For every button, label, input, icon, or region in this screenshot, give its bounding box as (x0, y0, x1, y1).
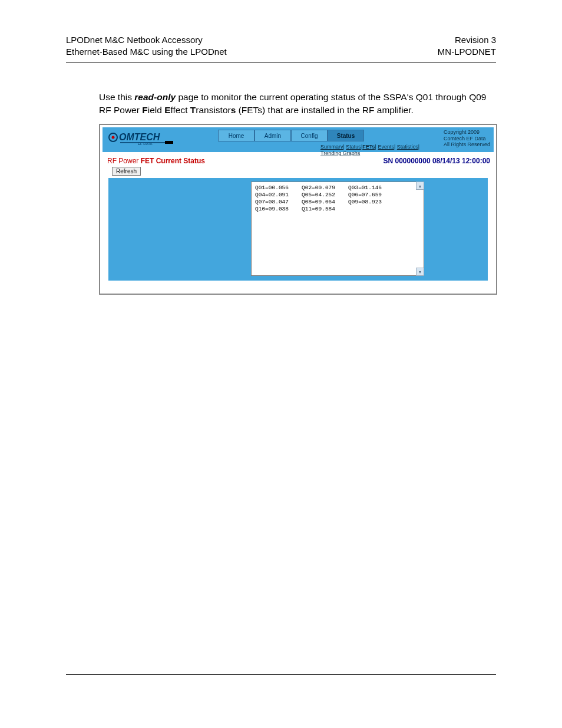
copyright-line1: Copyright 2009 (444, 129, 490, 135)
intro-paragraph: Use this read-only page to monitor the c… (99, 91, 496, 117)
subnav-events[interactable]: Events (378, 144, 394, 150)
embedded-screenshot: OMTECH EF DATA Home Admin Config Status … (99, 124, 497, 295)
doc-header-left-line2: Ethernet-Based M&C using the LPODnet (66, 46, 227, 58)
subnav-statistics[interactable]: Statistics (397, 144, 418, 150)
subnav-summary[interactable]: Summary (320, 144, 343, 150)
tab-config[interactable]: Config (291, 130, 328, 141)
document-header: LPODnet M&C Netbook Accessory Ethernet-B… (0, 0, 562, 62)
page-title: RF Power FET Current Status (107, 157, 205, 165)
subnav-status[interactable]: Status (346, 144, 361, 150)
para-mid3: ffect (170, 105, 190, 115)
comtech-logo: OMTECH EF DATA (107, 130, 184, 147)
logo-main-text: OMTECH (119, 132, 160, 142)
top-bar: OMTECH EF DATA Home Admin Config Status … (103, 127, 494, 152)
svg-point-1 (112, 136, 115, 139)
fet-data-area: Q01=00.056 Q04=02.091 Q07=08.047 Q10=09.… (108, 178, 488, 281)
refresh-button[interactable]: Refresh (112, 167, 141, 176)
status-header-row: RF Power FET Current Status Refresh SN 0… (103, 152, 494, 176)
para-F: F (142, 105, 147, 115)
header-divider (66, 62, 496, 62)
doc-header-left-line1: LPODnet M&C Netbook Accessory (66, 34, 227, 46)
fet-col-1: Q01=00.056 Q04=02.091 Q07=08.047 Q10=09.… (255, 185, 289, 273)
fet-readout-box: Q01=00.056 Q04=02.091 Q07=08.047 Q10=09.… (251, 182, 424, 276)
para-T: T (190, 105, 196, 115)
copyright-line2: Comtech EF Data (444, 136, 490, 141)
svg-rect-3 (165, 141, 173, 144)
para-mid4: ransistor (196, 105, 230, 115)
status-title-wrap: RF Power FET Current Status Refresh (107, 157, 205, 176)
para-pre: Use this (99, 92, 134, 102)
subnav-trending[interactable]: Trending Graphs (320, 150, 360, 156)
subnav-sep5: | (418, 144, 419, 150)
para-E: E (164, 105, 170, 115)
scroll-down-button[interactable]: ▾ (416, 268, 424, 276)
copyright-line3: All Rights Reserved (444, 141, 490, 147)
copyright-block: Copyright 2009 Comtech EF Data All Right… (444, 129, 490, 147)
main-tabs: Home Admin Config Status (218, 130, 364, 141)
status-subnav: Summary| Status|FETs| Events| Statistics… (320, 144, 419, 156)
doc-header-right: Revision 3 MN-LPODNET (438, 34, 496, 58)
fet-col-2: Q02=00.079 Q05=04.252 Q08=09.064 Q11=09.… (302, 185, 335, 273)
doc-header-right-line2: MN-LPODNET (438, 46, 496, 58)
page-title-plain: RF Power (107, 157, 141, 165)
page-title-bold: FET Current Status (141, 157, 205, 165)
tab-status[interactable]: Status (328, 130, 364, 141)
tab-admin[interactable]: Admin (254, 130, 291, 141)
scroll-up-button[interactable]: ▴ (416, 182, 424, 190)
doc-header-left: LPODnet M&C Netbook Accessory Ethernet-B… (66, 34, 227, 58)
doc-header-right-line1: Revision 3 (438, 34, 496, 46)
app-window: OMTECH EF DATA Home Admin Config Status … (103, 127, 494, 291)
footer-divider (66, 674, 496, 675)
subnav-fets[interactable]: FETs (362, 144, 375, 150)
serial-timestamp: SN 000000000 08/14/13 12:00:00 (384, 157, 490, 165)
para-mid2: ield (148, 105, 164, 115)
para-readonly: read-only (134, 92, 176, 102)
para-post: (FETs) that are installed in the RF ampl… (236, 105, 414, 115)
logo-svg: OMTECH EF DATA (107, 130, 184, 147)
fet-col-3: Q03=01.146 Q06=07.659 Q09=08.923 (348, 185, 382, 273)
tab-home[interactable]: Home (218, 130, 254, 141)
